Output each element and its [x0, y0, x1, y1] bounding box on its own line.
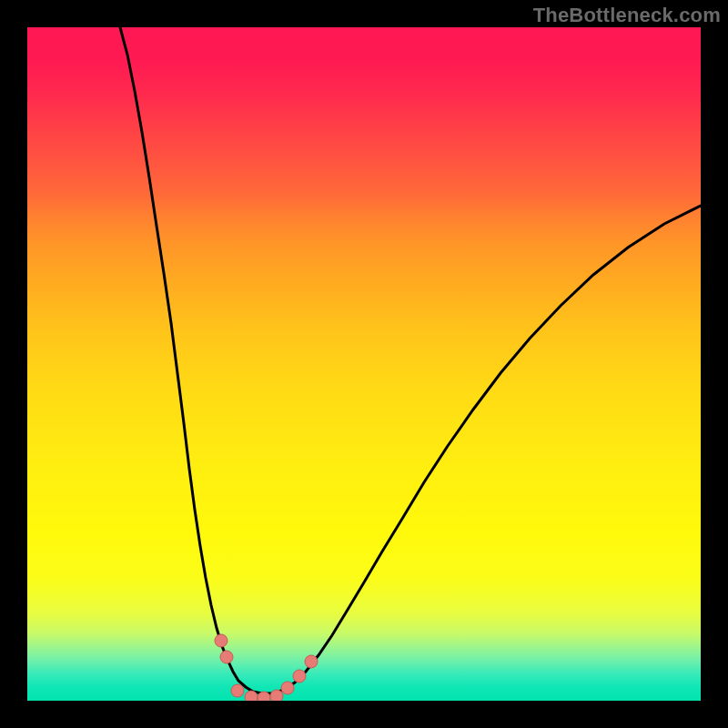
valley-marker-dot — [220, 651, 233, 663]
valley-marker-dot — [270, 690, 283, 701]
valley-markers — [27, 27, 701, 701]
valley-marker-dot — [293, 670, 306, 682]
valley-marker-dot — [281, 682, 294, 694]
valley-marker-dot — [305, 655, 318, 668]
valley-marker-dot — [215, 634, 228, 647]
watermark-text: TheBottleneck.com — [533, 4, 721, 27]
valley-marker-dot — [258, 692, 270, 701]
valley-marker-dot — [231, 684, 244, 697]
valley-marker-dot — [245, 691, 258, 701]
